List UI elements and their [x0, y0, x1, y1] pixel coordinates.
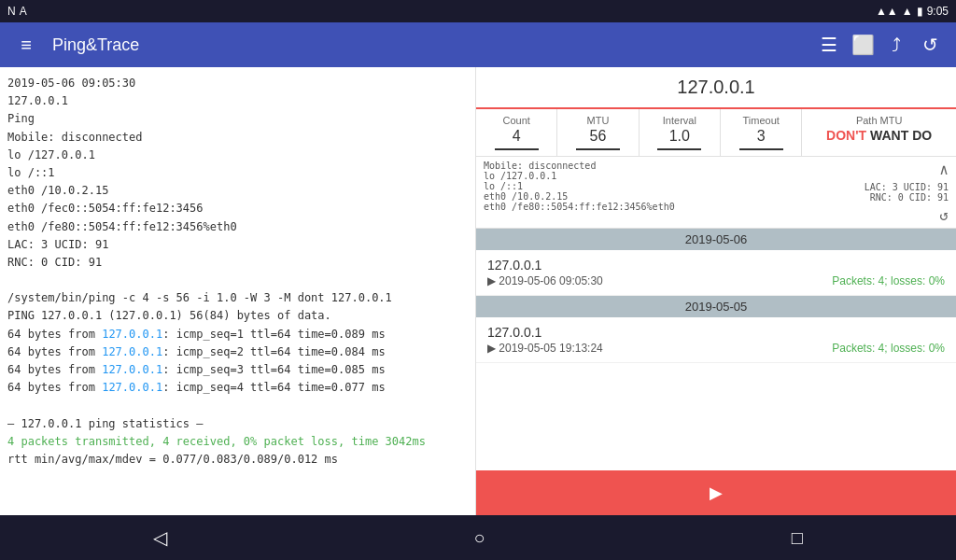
battery-icon: ▮ — [917, 5, 923, 18]
log-line: LAC: 3 UCID: 91 — [7, 236, 468, 254]
interval-underline — [657, 148, 701, 150]
date-header-2019-05-06: 2019-05-06 — [476, 229, 956, 250]
ip-link[interactable]: 127.0.0.1 — [102, 363, 162, 376]
ping-entry-stats: Packets: 4; losses: 0% — [832, 274, 945, 287]
count-value: 4 — [513, 128, 521, 145]
save-icon[interactable]: ⬜ — [851, 34, 874, 56]
menu-button[interactable]: ≡ — [15, 35, 37, 56]
refresh-icon[interactable]: ↺ — [919, 34, 941, 56]
bottom-nav: ◁ ○ □ — [0, 515, 956, 560]
count-underline — [495, 148, 539, 150]
notification-icon-a: A — [20, 5, 27, 18]
home-button[interactable]: ○ — [473, 527, 485, 549]
wifi-icon: ▲ — [902, 5, 913, 18]
network-info: Mobile: disconnected lo /127.0.0.1 lo /:… — [476, 157, 956, 229]
interval-label: Interval — [663, 115, 696, 126]
rnc-info: RNC: 0 CID: 91 — [865, 192, 949, 203]
network-info-right: LAC: 3 UCID: 91 RNC: 0 CID: 91 — [865, 182, 949, 203]
network-refresh-icon[interactable]: ↺ — [939, 206, 949, 224]
ip-link[interactable]: 127.0.0.1 — [102, 328, 162, 341]
back-button[interactable]: ◁ — [153, 526, 167, 549]
main-content: 2019-05-06 09:05:30 127.0.0.1 Ping Mobil… — [0, 67, 956, 515]
network-info-actions: ∧ LAC: 3 UCID: 91 RNC: 0 CID: 91 ↺ — [865, 161, 949, 224]
list-icon[interactable]: ☰ — [818, 34, 840, 56]
lac-info: LAC: 3 UCID: 91 — [865, 182, 949, 192]
want-label: WANT — [870, 128, 908, 143]
timeout-label: Timeout — [742, 115, 779, 126]
ping-entry[interactable]: 127.0.0.1 ▶ 2019-05-05 19:13:24 Packets:… — [476, 317, 956, 363]
count-label: Count — [502, 115, 529, 126]
net-info-line: lo /127.0.0.1 — [484, 171, 857, 181]
ping-entry-time: ▶ 2019-05-06 09:05:30 Packets: 4; losses… — [487, 274, 945, 287]
log-line: 2019-05-06 09:05:30 — [7, 75, 468, 92]
config-interval[interactable]: Interval 1.0 — [640, 109, 721, 156]
dont-label: DON'T — [826, 128, 866, 143]
log-line: 64 bytes from 127.0.0.1: icmp_seq=4 ttl=… — [7, 379, 468, 397]
log-line: rtt min/avg/max/mdev = 0.077/0.083/0.089… — [7, 451, 468, 469]
notification-icon-n: N — [7, 5, 16, 18]
net-info-line: Mobile: disconnected — [484, 161, 857, 171]
status-left-icons: N A — [7, 5, 27, 18]
network-info-left: Mobile: disconnected lo /127.0.0.1 lo /:… — [484, 161, 857, 212]
config-path-mtu[interactable]: Path MTU DON'T WANT DO — [802, 109, 956, 156]
target-ip: 127.0.0.1 — [476, 67, 956, 109]
app-title: Ping&Trace — [52, 35, 803, 55]
log-line: lo /::1 — [7, 164, 468, 182]
log-line: Mobile: disconnected — [7, 129, 468, 147]
right-panel: 127.0.0.1 Count 4 MTU 56 Interval 1.0 Ti… — [476, 67, 956, 515]
log-line — [7, 397, 468, 414]
net-info-line: eth0 /fe80::5054:ff:fe12:3456%eth0 — [484, 202, 857, 212]
left-panel[interactable]: 2019-05-06 09:05:30 127.0.0.1 Ping Mobil… — [0, 67, 476, 515]
ping-entry-time: ▶ 2019-05-05 19:13:24 Packets: 4; losses… — [487, 342, 945, 355]
time-display: 9:05 — [927, 5, 949, 18]
do-label: DO — [912, 128, 932, 143]
ping-entry-ip: 127.0.0.1 — [487, 325, 945, 340]
log-line: PING 127.0.0.1 (127.0.0.1) 56(84) bytes … — [7, 307, 468, 325]
log-line: Ping — [7, 110, 468, 128]
app-bar-actions: ☰ ⬜ ⤴ ↺ — [818, 34, 941, 56]
mtu-label: MTU — [587, 115, 610, 126]
net-info-line: eth0 /10.0.2.15 — [484, 191, 857, 202]
config-timeout[interactable]: Timeout 3 — [721, 109, 802, 156]
date-header-2019-05-05: 2019-05-05 — [476, 296, 956, 317]
log-line: /system/bin/ping -c 4 -s 56 -i 1.0 -W 3 … — [7, 289, 468, 307]
log-line: 64 bytes from 127.0.0.1: icmp_seq=3 ttl=… — [7, 361, 468, 379]
mtu-value: 56 — [590, 128, 607, 145]
status-bar: N A ▲▲ ▲ ▮ 9:05 — [0, 0, 956, 22]
config-mtu[interactable]: MTU 56 — [557, 109, 639, 156]
ping-history[interactable]: 2019-05-06 127.0.0.1 ▶ 2019-05-06 09:05:… — [476, 229, 956, 470]
log-line: lo /127.0.0.1 — [7, 147, 468, 164]
ping-entry-datetime: ▶ 2019-05-05 19:13:24 — [487, 342, 603, 355]
log-line: — 127.0.0.1 ping statistics — — [7, 415, 468, 433]
app-bar: ≡ Ping&Trace ☰ ⬜ ⤴ ↺ — [0, 22, 956, 67]
collapse-icon[interactable]: ∧ — [939, 161, 949, 178]
ping-success-line: 4 packets transmitted, 4 received, 0% pa… — [7, 433, 468, 451]
run-button[interactable]: ▶ — [476, 470, 956, 515]
ping-entry[interactable]: 127.0.0.1 ▶ 2019-05-06 09:05:30 Packets:… — [476, 250, 956, 296]
mtu-underline — [576, 148, 620, 150]
signal-icon: ▲▲ — [876, 5, 898, 18]
timeout-value: 3 — [757, 128, 766, 145]
log-line: 64 bytes from 127.0.0.1: icmp_seq=2 ttl=… — [7, 343, 468, 361]
path-mtu-label: Path MTU — [856, 115, 903, 126]
timeout-underline — [739, 148, 783, 150]
log-line: 64 bytes from 127.0.0.1: icmp_seq=1 ttl=… — [7, 326, 468, 343]
path-mtu-value: DON'T WANT DO — [826, 128, 932, 143]
ping-entry-datetime: ▶ 2019-05-06 09:05:30 — [487, 274, 603, 287]
config-count[interactable]: Count 4 — [476, 109, 557, 156]
log-line: eth0 /fec0::5054:ff:fe12:3456 — [7, 200, 468, 217]
log-line: RNC: 0 CID: 91 — [7, 254, 468, 272]
log-line: eth0 /fe80::5054:ff:fe12:3456%eth0 — [7, 218, 468, 236]
status-right-icons: ▲▲ ▲ ▮ 9:05 — [876, 5, 949, 18]
log-line: eth0 /10.0.2.15 — [7, 182, 468, 200]
net-info-line: lo /::1 — [484, 181, 857, 191]
recent-button[interactable]: □ — [792, 527, 803, 549]
log-line — [7, 272, 468, 289]
ping-entry-ip: 127.0.0.1 — [487, 258, 945, 273]
ping-entry-stats: Packets: 4; losses: 0% — [832, 342, 945, 355]
interval-value: 1.0 — [669, 128, 690, 145]
ip-link[interactable]: 127.0.0.1 — [102, 345, 162, 358]
ip-link[interactable]: 127.0.0.1 — [102, 381, 162, 394]
share-icon[interactable]: ⤴ — [885, 35, 907, 56]
config-row: Count 4 MTU 56 Interval 1.0 Timeout 3 Pa… — [476, 109, 956, 157]
